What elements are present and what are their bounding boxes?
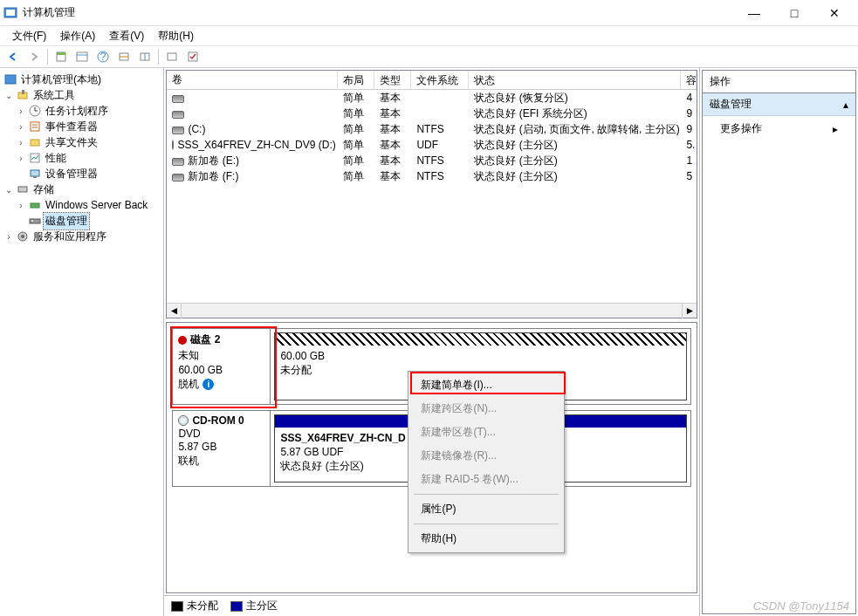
tb-btn-4[interactable]: [135, 48, 154, 65]
cdrom-0-info[interactable]: CD-ROM 0 DVD 5.87 GB 联机: [173, 411, 271, 486]
tb-btn-1[interactable]: [51, 48, 71, 65]
tree-pane: 计算机管理(本地) ⌄ 系统工具 › 任务计划程序 › 事件查看器: [0, 68, 164, 616]
tree-task-scheduler[interactable]: › 任务计划程序: [0, 103, 163, 119]
svg-rect-12: [168, 53, 176, 60]
svg-rect-4: [77, 52, 87, 61]
svg-point-30: [31, 220, 33, 222]
tree-root[interactable]: 计算机管理(本地): [0, 72, 163, 87]
tb-btn-2[interactable]: [72, 48, 92, 65]
expand-icon[interactable]: ›: [16, 122, 26, 132]
ctx-new-mirrored-volume: 新建镜像卷(R)...: [410, 444, 562, 468]
disk-2-size: 60.00 GB: [178, 364, 264, 376]
ctx-help[interactable]: 帮助(H): [410, 527, 562, 551]
ctx-new-striped-volume: 新建带区卷(T)...: [410, 421, 562, 444]
svg-rect-23: [31, 140, 39, 146]
expand-icon[interactable]: ›: [16, 138, 26, 147]
svg-rect-27: [18, 187, 27, 192]
menubar: 文件(F) 操作(A) 查看(V) 帮助(H): [0, 26, 858, 45]
context-menu: 新建简单卷(I)... 新建跨区卷(N)... 新建带区卷(T)... 新建镜像…: [408, 371, 565, 553]
expand-icon[interactable]: ›: [16, 106, 26, 116]
volume-row[interactable]: 简单基本状态良好 (EFI 系统分区)9: [167, 106, 697, 121]
actions-header: 操作: [702, 70, 856, 93]
volume-header: 卷 布局 类型 文件系统 状态 容: [167, 71, 697, 90]
forward-button[interactable]: [24, 48, 44, 65]
svg-rect-25: [31, 170, 39, 176]
back-button[interactable]: [3, 48, 23, 65]
expand-icon[interactable]: ›: [3, 232, 14, 242]
col-capacity[interactable]: 容: [681, 71, 697, 89]
volume-row[interactable]: SSS_X64FREV_ZH-CN_DV9 (D:)简单基本UDF状态良好 (主…: [167, 137, 697, 153]
volume-row[interactable]: 新加卷 (F:)简单基本NTFS状态良好 (主分区)5: [167, 168, 697, 184]
tree-event-viewer[interactable]: › 事件查看器: [0, 119, 163, 134]
col-status[interactable]: 状态: [469, 71, 681, 89]
cd-icon: [178, 415, 189, 426]
ctx-properties[interactable]: 属性(P): [410, 497, 562, 521]
cdrom-status: 联机: [178, 454, 264, 469]
tree-storage[interactable]: ⌄ 存储: [0, 181, 163, 197]
drive-icon: [172, 174, 184, 181]
tree-services[interactable]: › 服务和应用程序: [0, 229, 163, 244]
col-layout[interactable]: 布局: [338, 71, 374, 89]
tb-btn-3[interactable]: [114, 48, 134, 65]
menu-action[interactable]: 操作(A): [53, 27, 102, 45]
info-icon[interactable]: i: [202, 379, 214, 390]
svg-rect-16: [22, 90, 24, 94]
tb-btn-6[interactable]: [183, 48, 202, 65]
window-title: 计算机管理: [23, 5, 734, 20]
legend: 未分配 主分区: [164, 595, 699, 616]
svg-rect-3: [57, 52, 65, 55]
svg-text:?: ?: [100, 51, 106, 63]
ctx-new-spanned-volume: 新建跨区卷(N)...: [410, 397, 562, 421]
volume-row[interactable]: (C:)简单基本NTFS状态良好 (启动, 页面文件, 故障转储, 主分区)9: [167, 121, 697, 137]
svg-rect-20: [31, 122, 39, 131]
watermark: CSDN @Tony1154: [753, 599, 849, 613]
toolbar: ?: [0, 45, 858, 68]
volume-row[interactable]: 新加卷 (E:)简单基本NTFS状态良好 (主分区)1: [167, 153, 697, 168]
menu-help[interactable]: 帮助(H): [151, 27, 201, 45]
col-volume[interactable]: 卷: [167, 71, 338, 89]
expand-icon[interactable]: ›: [16, 154, 26, 163]
menu-view[interactable]: 查看(V): [102, 27, 151, 45]
legend-unallocated: 未分配: [171, 599, 218, 613]
tree-device-manager[interactable]: 设备管理器: [0, 166, 163, 181]
svg-rect-29: [30, 219, 40, 223]
arrow-right-icon: ▸: [833, 123, 838, 135]
minimize-button[interactable]: ―: [734, 0, 774, 25]
cd-icon: [172, 140, 174, 150]
actions-more[interactable]: 更多操作 ▸: [703, 116, 855, 141]
tb-btn-5[interactable]: [162, 48, 182, 65]
tree-performance[interactable]: › 性能: [0, 150, 163, 166]
offline-indicator-icon: [178, 336, 187, 345]
ctx-new-simple-volume[interactable]: 新建简单卷(I)...: [410, 373, 562, 397]
disk-2-info[interactable]: 磁盘 2 未知 60.00 GB 脱机i: [173, 329, 271, 404]
svg-rect-1: [6, 10, 15, 16]
maximize-button[interactable]: □: [774, 0, 814, 25]
disk-2-status1: 未知: [178, 348, 264, 363]
collapse-icon[interactable]: ⌄: [3, 91, 14, 100]
drive-icon: [172, 111, 184, 119]
svg-rect-28: [31, 203, 39, 208]
tree-system-tools[interactable]: ⌄ 系统工具: [0, 87, 163, 103]
drive-icon: [172, 158, 184, 166]
help-icon[interactable]: ?: [93, 48, 113, 65]
drive-icon: [172, 95, 184, 103]
col-type[interactable]: 类型: [374, 71, 411, 89]
disk-2-status2: 脱机: [178, 377, 199, 392]
disk-graphical-view: 磁盘 2 未知 60.00 GB 脱机i 60.00 GB 未分配: [166, 322, 697, 593]
col-filesystem[interactable]: 文件系统: [411, 71, 469, 89]
close-button[interactable]: ✕: [814, 0, 855, 25]
drive-icon: [172, 127, 184, 134]
hscrollbar[interactable]: ◄ ►: [167, 303, 697, 318]
ctx-new-raid5-volume: 新建 RAID-5 卷(W)...: [410, 468, 562, 491]
expand-icon[interactable]: ›: [16, 201, 26, 210]
menu-file[interactable]: 文件(F): [5, 27, 53, 45]
tree-wsb[interactable]: › Windows Server Back: [0, 197, 163, 213]
tree-shared-folders[interactable]: › 共享文件夹: [0, 134, 163, 150]
svg-point-32: [21, 235, 24, 238]
collapse-icon[interactable]: ⌄: [3, 185, 14, 195]
volume-row[interactable]: 简单基本状态良好 (恢复分区)4: [167, 90, 697, 106]
actions-section-disk-mgmt[interactable]: 磁盘管理 ▴: [703, 93, 855, 116]
tree-disk-management[interactable]: 磁盘管理: [0, 213, 163, 229]
app-icon: [3, 6, 17, 20]
volume-list: 卷 布局 类型 文件系统 状态 容 简单基本状态良好 (恢复分区)4简单基本状态…: [166, 70, 697, 318]
